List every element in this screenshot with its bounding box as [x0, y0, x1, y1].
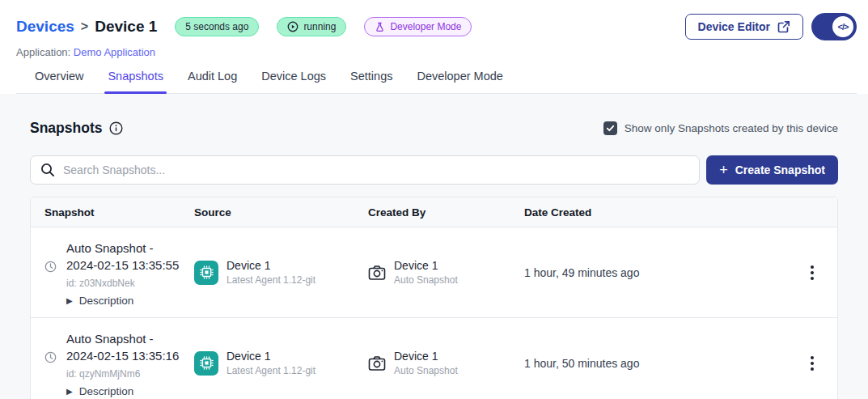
triangle-right-icon: ▶ — [66, 387, 73, 396]
search-icon — [40, 163, 55, 177]
created-by-type: Auto Snapshot — [394, 274, 458, 287]
filter-label: Show only Snapshots created by this devi… — [625, 122, 838, 134]
table-header-row: Snapshot Source Created By Date Created — [31, 197, 837, 227]
snapshot-id: id: z03NxdbNek — [66, 278, 188, 289]
device-editor-label: Device Editor — [698, 20, 770, 33]
running-status-badge: running — [277, 17, 346, 36]
tab-settings[interactable]: Settings — [350, 70, 392, 93]
col-header-created-by: Created By — [368, 206, 524, 219]
status-badges: 5 seconds ago running Developer Mode — [175, 17, 472, 36]
description-toggle[interactable]: ▶ Description — [66, 385, 188, 397]
page-title: Device 1 — [95, 18, 157, 36]
camera-icon — [368, 265, 386, 281]
tab-audit-log[interactable]: Audit Log — [188, 70, 237, 93]
info-icon[interactable] — [109, 121, 123, 135]
breadcrumb-devices-link[interactable]: Devices — [16, 18, 74, 36]
description-label: Description — [79, 295, 134, 307]
table-row: Auto Snapshot - 2024-02-15 13:35:16 id: … — [31, 318, 837, 399]
create-snapshot-button[interactable]: + Create Snapshot — [706, 155, 838, 185]
source-agent: Latest Agent 1.12-git — [227, 364, 315, 377]
created-by-name: Device 1 — [394, 349, 458, 363]
filter-checkbox[interactable] — [603, 121, 617, 135]
tab-device-logs[interactable]: Device Logs — [261, 70, 326, 93]
description-toggle[interactable]: ▶ Description — [66, 295, 188, 307]
breadcrumb: Devices > Device 1 — [16, 18, 157, 36]
created-by-cell: Device 1 Auto Snapshot — [368, 349, 524, 377]
snapshot-title: Auto Snapshot - 2024-02-15 13:35:55 — [66, 240, 188, 274]
snapshots-panel: Snapshots Show only Snapshots created by… — [0, 120, 868, 399]
tab-bar: Overview Snapshots Audit Log Device Logs… — [16, 70, 857, 94]
device-editor-button[interactable]: Device Editor — [685, 14, 803, 40]
plus-icon: + — [719, 163, 728, 177]
date-created-cell: 1 hour, 49 minutes ago — [524, 266, 787, 279]
source-cell: Device 1 Latest Agent 1.12-git — [194, 258, 368, 287]
created-by-cell: Device 1 Auto Snapshot — [368, 258, 524, 287]
application-label: Application: — [16, 46, 70, 58]
code-view-toggle[interactable]: </> — [811, 13, 857, 40]
filter-checkbox-row[interactable]: Show only Snapshots created by this devi… — [603, 121, 838, 135]
description-label: Description — [79, 385, 134, 397]
external-link-icon — [777, 20, 790, 33]
last-seen-badge-label: 5 seconds ago — [185, 20, 248, 33]
create-snapshot-label: Create Snapshot — [735, 163, 825, 176]
snapshots-table: Snapshot Source Created By Date Created … — [30, 197, 838, 399]
application-link[interactable]: Demo Application — [74, 46, 155, 58]
snapshot-title: Auto Snapshot - 2024-02-15 13:35:16 — [66, 330, 188, 364]
date-created-cell: 1 hour, 50 minutes ago — [524, 357, 787, 370]
developer-mode-label: Developer Mode — [390, 20, 461, 33]
last-seen-badge: 5 seconds ago — [175, 17, 259, 36]
camera-icon — [368, 355, 386, 371]
search-input[interactable] — [63, 163, 689, 176]
running-status-label: running — [303, 20, 336, 33]
section-title: Snapshots — [30, 120, 102, 137]
table-row: Auto Snapshot - 2024-02-15 13:35:55 id: … — [31, 227, 837, 318]
row-actions-menu[interactable] — [806, 351, 819, 376]
play-circle-icon — [287, 21, 299, 32]
created-by-name: Device 1 — [394, 258, 458, 273]
col-header-date-created: Date Created — [524, 206, 787, 219]
breadcrumb-separator: > — [81, 19, 88, 34]
source-cell: Device 1 Latest Agent 1.12-git — [194, 349, 368, 377]
page-header: Devices > Device 1 5 seconds ago running… — [0, 0, 868, 94]
clock-icon — [44, 351, 57, 363]
tab-developer-mode[interactable]: Developer Mode — [417, 70, 502, 93]
tab-snapshots[interactable]: Snapshots — [108, 70, 163, 93]
application-line: Application: Demo Application — [16, 46, 857, 58]
source-name: Device 1 — [227, 258, 315, 273]
search-box[interactable] — [30, 155, 700, 185]
developer-mode-badge: Developer Mode — [364, 17, 472, 36]
snapshot-id: id: qzyNmMjNm6 — [66, 368, 188, 380]
flask-icon — [375, 22, 385, 32]
device-chip-icon — [194, 351, 218, 376]
created-by-type: Auto Snapshot — [394, 364, 458, 377]
col-header-snapshot: Snapshot — [44, 206, 194, 219]
code-icon: </> — [831, 15, 855, 39]
triangle-right-icon: ▶ — [66, 296, 73, 305]
check-icon — [606, 124, 615, 133]
source-agent: Latest Agent 1.12-git — [227, 274, 315, 287]
clock-icon — [44, 261, 57, 273]
device-chip-icon — [194, 261, 218, 285]
col-header-source: Source — [194, 206, 368, 219]
row-actions-menu[interactable] — [806, 261, 819, 285]
tab-overview[interactable]: Overview — [35, 70, 83, 93]
source-name: Device 1 — [227, 349, 315, 363]
